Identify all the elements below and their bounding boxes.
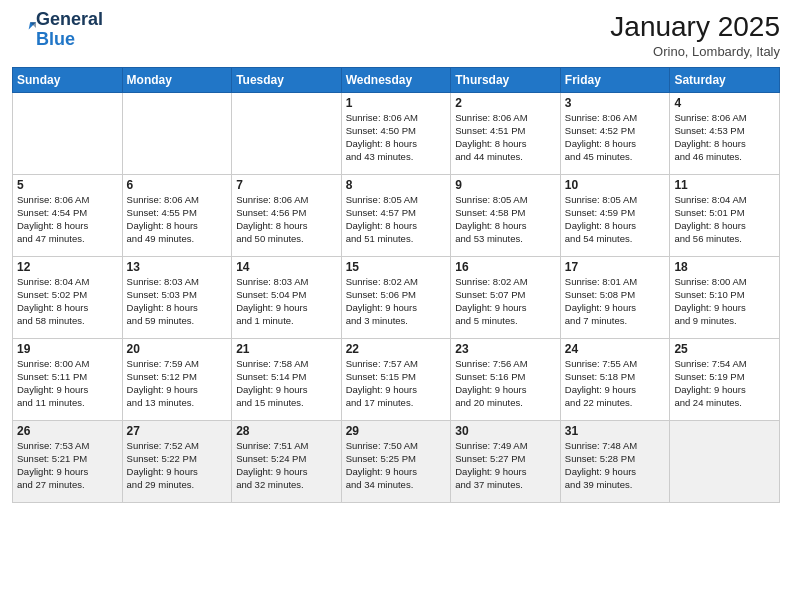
logo: General Blue — [12, 10, 103, 50]
day-number: 12 — [17, 260, 118, 274]
day-cell: 4Sunrise: 8:06 AM Sunset: 4:53 PM Daylig… — [670, 92, 780, 174]
day-cell: 2Sunrise: 8:06 AM Sunset: 4:51 PM Daylig… — [451, 92, 561, 174]
day-number: 29 — [346, 424, 447, 438]
day-cell — [232, 92, 342, 174]
header-row: SundayMondayTuesdayWednesdayThursdayFrid… — [13, 67, 780, 92]
day-cell: 12Sunrise: 8:04 AM Sunset: 5:02 PM Dayli… — [13, 256, 123, 338]
day-number: 27 — [127, 424, 228, 438]
day-info: Sunrise: 7:53 AM Sunset: 5:21 PM Dayligh… — [17, 439, 118, 492]
day-header-tuesday: Tuesday — [232, 67, 342, 92]
day-cell — [670, 420, 780, 502]
day-cell: 5Sunrise: 8:06 AM Sunset: 4:54 PM Daylig… — [13, 174, 123, 256]
day-cell: 18Sunrise: 8:00 AM Sunset: 5:10 PM Dayli… — [670, 256, 780, 338]
day-number: 19 — [17, 342, 118, 356]
day-info: Sunrise: 8:05 AM Sunset: 4:57 PM Dayligh… — [346, 193, 447, 246]
day-info: Sunrise: 7:56 AM Sunset: 5:16 PM Dayligh… — [455, 357, 556, 410]
day-cell: 25Sunrise: 7:54 AM Sunset: 5:19 PM Dayli… — [670, 338, 780, 420]
day-info: Sunrise: 8:02 AM Sunset: 5:06 PM Dayligh… — [346, 275, 447, 328]
week-row-1: 1Sunrise: 8:06 AM Sunset: 4:50 PM Daylig… — [13, 92, 780, 174]
day-number: 25 — [674, 342, 775, 356]
day-info: Sunrise: 7:50 AM Sunset: 5:25 PM Dayligh… — [346, 439, 447, 492]
day-info: Sunrise: 7:51 AM Sunset: 5:24 PM Dayligh… — [236, 439, 337, 492]
day-cell: 19Sunrise: 8:00 AM Sunset: 5:11 PM Dayli… — [13, 338, 123, 420]
week-row-3: 12Sunrise: 8:04 AM Sunset: 5:02 PM Dayli… — [13, 256, 780, 338]
day-number: 22 — [346, 342, 447, 356]
day-number: 4 — [674, 96, 775, 110]
day-number: 11 — [674, 178, 775, 192]
day-number: 13 — [127, 260, 228, 274]
day-header-saturday: Saturday — [670, 67, 780, 92]
day-number: 17 — [565, 260, 666, 274]
day-cell: 17Sunrise: 8:01 AM Sunset: 5:08 PM Dayli… — [560, 256, 670, 338]
day-cell: 11Sunrise: 8:04 AM Sunset: 5:01 PM Dayli… — [670, 174, 780, 256]
day-header-monday: Monday — [122, 67, 232, 92]
day-cell: 21Sunrise: 7:58 AM Sunset: 5:14 PM Dayli… — [232, 338, 342, 420]
day-number: 24 — [565, 342, 666, 356]
day-info: Sunrise: 8:03 AM Sunset: 5:03 PM Dayligh… — [127, 275, 228, 328]
day-number: 23 — [455, 342, 556, 356]
day-info: Sunrise: 7:59 AM Sunset: 5:12 PM Dayligh… — [127, 357, 228, 410]
day-cell: 14Sunrise: 8:03 AM Sunset: 5:04 PM Dayli… — [232, 256, 342, 338]
day-info: Sunrise: 8:05 AM Sunset: 4:58 PM Dayligh… — [455, 193, 556, 246]
day-cell: 28Sunrise: 7:51 AM Sunset: 5:24 PM Dayli… — [232, 420, 342, 502]
day-info: Sunrise: 8:02 AM Sunset: 5:07 PM Dayligh… — [455, 275, 556, 328]
day-cell: 31Sunrise: 7:48 AM Sunset: 5:28 PM Dayli… — [560, 420, 670, 502]
day-cell: 1Sunrise: 8:06 AM Sunset: 4:50 PM Daylig… — [341, 92, 451, 174]
day-number: 3 — [565, 96, 666, 110]
day-info: Sunrise: 8:06 AM Sunset: 4:55 PM Dayligh… — [127, 193, 228, 246]
day-info: Sunrise: 8:01 AM Sunset: 5:08 PM Dayligh… — [565, 275, 666, 328]
week-row-5: 26Sunrise: 7:53 AM Sunset: 5:21 PM Dayli… — [13, 420, 780, 502]
day-cell: 9Sunrise: 8:05 AM Sunset: 4:58 PM Daylig… — [451, 174, 561, 256]
day-cell: 13Sunrise: 8:03 AM Sunset: 5:03 PM Dayli… — [122, 256, 232, 338]
day-cell: 8Sunrise: 8:05 AM Sunset: 4:57 PM Daylig… — [341, 174, 451, 256]
month-title: January 2025 — [610, 10, 780, 44]
day-info: Sunrise: 8:00 AM Sunset: 5:10 PM Dayligh… — [674, 275, 775, 328]
day-header-friday: Friday — [560, 67, 670, 92]
day-info: Sunrise: 8:06 AM Sunset: 4:50 PM Dayligh… — [346, 111, 447, 164]
logo-icon — [14, 17, 36, 39]
day-info: Sunrise: 7:58 AM Sunset: 5:14 PM Dayligh… — [236, 357, 337, 410]
day-cell: 20Sunrise: 7:59 AM Sunset: 5:12 PM Dayli… — [122, 338, 232, 420]
day-info: Sunrise: 8:03 AM Sunset: 5:04 PM Dayligh… — [236, 275, 337, 328]
week-row-4: 19Sunrise: 8:00 AM Sunset: 5:11 PM Dayli… — [13, 338, 780, 420]
day-number: 9 — [455, 178, 556, 192]
day-cell: 27Sunrise: 7:52 AM Sunset: 5:22 PM Dayli… — [122, 420, 232, 502]
day-cell: 3Sunrise: 8:06 AM Sunset: 4:52 PM Daylig… — [560, 92, 670, 174]
day-info: Sunrise: 7:55 AM Sunset: 5:18 PM Dayligh… — [565, 357, 666, 410]
day-cell: 6Sunrise: 8:06 AM Sunset: 4:55 PM Daylig… — [122, 174, 232, 256]
day-info: Sunrise: 8:05 AM Sunset: 4:59 PM Dayligh… — [565, 193, 666, 246]
day-info: Sunrise: 8:06 AM Sunset: 4:56 PM Dayligh… — [236, 193, 337, 246]
day-info: Sunrise: 8:04 AM Sunset: 5:01 PM Dayligh… — [674, 193, 775, 246]
header: General Blue January 2025 Orino, Lombard… — [12, 10, 780, 59]
day-number: 6 — [127, 178, 228, 192]
day-cell — [122, 92, 232, 174]
location-subtitle: Orino, Lombardy, Italy — [610, 44, 780, 59]
day-header-wednesday: Wednesday — [341, 67, 451, 92]
page-container: General Blue January 2025 Orino, Lombard… — [0, 0, 792, 511]
week-row-2: 5Sunrise: 8:06 AM Sunset: 4:54 PM Daylig… — [13, 174, 780, 256]
day-number: 7 — [236, 178, 337, 192]
day-number: 28 — [236, 424, 337, 438]
day-cell: 7Sunrise: 8:06 AM Sunset: 4:56 PM Daylig… — [232, 174, 342, 256]
day-cell: 16Sunrise: 8:02 AM Sunset: 5:07 PM Dayli… — [451, 256, 561, 338]
day-number: 21 — [236, 342, 337, 356]
logo-blue-text: Blue — [36, 29, 75, 49]
day-number: 16 — [455, 260, 556, 274]
day-cell: 22Sunrise: 7:57 AM Sunset: 5:15 PM Dayli… — [341, 338, 451, 420]
day-number: 14 — [236, 260, 337, 274]
day-cell: 30Sunrise: 7:49 AM Sunset: 5:27 PM Dayli… — [451, 420, 561, 502]
day-number: 10 — [565, 178, 666, 192]
day-cell: 24Sunrise: 7:55 AM Sunset: 5:18 PM Dayli… — [560, 338, 670, 420]
day-number: 15 — [346, 260, 447, 274]
day-cell: 26Sunrise: 7:53 AM Sunset: 5:21 PM Dayli… — [13, 420, 123, 502]
day-number: 8 — [346, 178, 447, 192]
day-info: Sunrise: 8:06 AM Sunset: 4:53 PM Dayligh… — [674, 111, 775, 164]
day-cell: 29Sunrise: 7:50 AM Sunset: 5:25 PM Dayli… — [341, 420, 451, 502]
day-info: Sunrise: 7:49 AM Sunset: 5:27 PM Dayligh… — [455, 439, 556, 492]
calendar-table: SundayMondayTuesdayWednesdayThursdayFrid… — [12, 67, 780, 503]
day-number: 1 — [346, 96, 447, 110]
day-cell — [13, 92, 123, 174]
day-number: 20 — [127, 342, 228, 356]
day-info: Sunrise: 8:00 AM Sunset: 5:11 PM Dayligh… — [17, 357, 118, 410]
day-info: Sunrise: 8:06 AM Sunset: 4:51 PM Dayligh… — [455, 111, 556, 164]
